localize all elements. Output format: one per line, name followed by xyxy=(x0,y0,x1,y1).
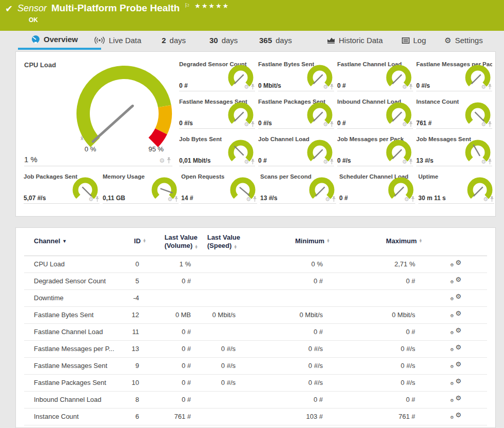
tab-365-days[interactable]: 365 days xyxy=(259,31,292,50)
column-header-last-value-volume[interactable]: Last Value (Volume)▲▼ xyxy=(164,234,198,250)
gauge-instance-count[interactable]: Instance Count 761 # ⚙ xyxy=(416,99,492,129)
gauge-scans-per-second[interactable]: Scans per Second 13 #/s ⚙ xyxy=(260,173,336,204)
pin-icon[interactable] xyxy=(409,159,413,165)
channel-settings-icon[interactable]: ⚙⚙ xyxy=(450,411,461,422)
priority-stars[interactable]: ★★★★★ xyxy=(195,2,229,10)
tab-log[interactable]: Log xyxy=(402,31,426,50)
channel-name[interactable]: Fastlane Packages Sent xyxy=(34,379,106,386)
gauge-settings-icon[interactable]: ⚙ xyxy=(88,197,93,202)
pin-icon[interactable] xyxy=(490,196,494,202)
channel-name[interactable]: CPU Load xyxy=(34,260,65,268)
channel-name[interactable]: Inbound Channel Load xyxy=(34,396,102,403)
table-row-fastlane-channel-load[interactable]: Fastlane Channel Load 11 0 # 0 # 0 # ⚙⚙ xyxy=(24,324,487,341)
gauge-settings-icon[interactable]: ⚙ xyxy=(244,84,249,90)
pin-icon[interactable] xyxy=(488,84,492,90)
gauge-uptime[interactable]: Uptime 30 m 11 s ⚙ xyxy=(418,173,494,204)
gauge-fastlane-messages-per-pack[interactable]: Fastlane Messages per Pack 0 #/s ⚙ xyxy=(416,61,492,91)
column-header-channel[interactable]: Channel ▼ xyxy=(34,237,67,245)
table-row-fastlane-bytes-sent[interactable]: Fastlane Bytes Sent 12 0 MB 0 Mbit/s 0 M… xyxy=(24,307,487,324)
gauge-job-messages-per-pack[interactable]: Job Messages per Pack 0 #/s ⚙ xyxy=(337,136,413,166)
gauge-settings-icon[interactable]: ⚙ xyxy=(483,197,488,202)
gauge-settings-icon[interactable]: ⚙ xyxy=(481,84,486,90)
tab-30-days[interactable]: 30 days xyxy=(209,31,238,50)
table-row-downtime[interactable]: Downtime -4 ⚙⚙ xyxy=(24,290,487,307)
gauge-settings-icon[interactable]: ⚙ xyxy=(402,159,407,165)
tab-settings[interactable]: ⚙ Settings xyxy=(444,31,483,50)
gauge-settings-icon[interactable]: ⚙ xyxy=(323,122,328,127)
table-row-degraded-sensor-count[interactable]: Degraded Sensor Count 5 0 # 0 # 0 # ⚙⚙ xyxy=(24,273,487,290)
tab-historic-data[interactable]: Historic Data xyxy=(327,31,383,50)
channel-settings-icon[interactable]: ⚙⚙ xyxy=(450,343,461,355)
table-row-fastlane-packages-sent[interactable]: Fastlane Packages Sent 10 0 # 0 #/s 0 #/… xyxy=(24,375,487,392)
gauge-open-requests[interactable]: Open Requests 14 # ⚙ xyxy=(181,173,257,204)
column-header-last-value-speed[interactable]: Last Value (Speed)▲▼ xyxy=(207,234,240,250)
gauge-job-bytes-sent[interactable]: Job Bytes Sent 0,01 Mbit/s ⚙ xyxy=(179,136,255,166)
pin-icon[interactable] xyxy=(329,159,334,165)
channel-name[interactable]: Degraded Sensor Count xyxy=(34,277,106,285)
pin-icon[interactable] xyxy=(329,84,334,90)
pin-icon[interactable] xyxy=(488,121,492,127)
channel-settings-icon[interactable]: ⚙⚙ xyxy=(450,326,461,338)
pin-icon[interactable] xyxy=(166,157,171,164)
pin-icon[interactable] xyxy=(332,196,336,202)
pin-icon[interactable] xyxy=(409,84,413,90)
gauge-settings-icon[interactable]: ⚙ xyxy=(323,159,328,165)
gauge-cpu-load[interactable]: CPU Load x̄ 0 % 95 % 1 % ⚙ xyxy=(24,61,172,166)
gauge-settings-icon[interactable]: ⚙ xyxy=(159,158,165,164)
channel-settings-icon[interactable]: ⚙⚙ xyxy=(450,259,461,270)
gauge-job-channel-load[interactable]: Job Channel Load 0 # ⚙ xyxy=(258,136,334,166)
column-header-maximum[interactable]: Maximum ▲▼ xyxy=(386,237,422,245)
column-header-id[interactable]: ID ▲▼ xyxy=(134,237,146,245)
flag-icon[interactable]: ⚐ xyxy=(184,2,190,9)
gauge-fastlane-bytes-sent[interactable]: Fastlane Bytes Sent 0 Mbit/s ⚙ xyxy=(258,61,334,91)
pin-icon[interactable] xyxy=(174,196,179,202)
channel-settings-icon[interactable]: ⚙⚙ xyxy=(450,309,461,321)
channel-name[interactable]: Fastlane Bytes Sent xyxy=(34,311,93,319)
gauge-inbound-channel-load[interactable]: Inbound Channel Load 0 # ⚙ xyxy=(337,99,413,129)
table-row-fastlane-messages-per-pack[interactable]: Fastlane Messages per P... 13 0 # 0 #/s … xyxy=(24,341,487,358)
channel-name[interactable]: Downtime xyxy=(34,294,64,302)
tab-overview[interactable]: Overview xyxy=(18,31,101,50)
gauge-settings-icon[interactable]: ⚙ xyxy=(402,122,407,127)
gauge-scheduler-channel-load[interactable]: Scheduler Channel Load 0 # ⚙ xyxy=(339,173,415,204)
pin-icon[interactable] xyxy=(95,196,100,202)
pin-icon[interactable] xyxy=(411,196,415,202)
channel-settings-icon[interactable]: ⚙⚙ xyxy=(450,293,461,304)
pin-icon[interactable] xyxy=(250,121,255,127)
gauge-memory-usage[interactable]: Memory Usage 0,11 GB ⚙ xyxy=(103,173,179,204)
table-row-cpu-load[interactable]: CPU Load 0 1 % 0 % 2,71 % ⚙⚙ xyxy=(24,256,487,273)
table-row-fastlane-messages-sent[interactable]: Fastlane Messages Sent 9 0 # 0 #/s 0 #/s… xyxy=(24,358,487,375)
pin-icon[interactable] xyxy=(250,84,255,90)
channel-name[interactable]: Instance Count xyxy=(34,413,79,420)
table-row-inbound-channel-load[interactable]: Inbound Channel Load 8 0 # 0 # 0 # ⚙⚙ xyxy=(24,392,487,408)
gauge-fastlane-channel-load[interactable]: Fastlane Channel Load 0 # ⚙ xyxy=(337,61,413,91)
channel-settings-icon[interactable]: ⚙⚙ xyxy=(450,360,461,372)
pin-icon[interactable] xyxy=(329,121,334,127)
channel-settings-icon[interactable]: ⚙⚙ xyxy=(450,377,461,388)
channel-settings-icon[interactable]: ⚙⚙ xyxy=(450,394,461,405)
gauge-settings-icon[interactable]: ⚙ xyxy=(404,197,409,202)
column-header-minimum[interactable]: Minimum ▲▼ xyxy=(295,237,330,245)
channel-settings-icon[interactable]: ⚙⚙ xyxy=(450,276,461,287)
gauge-fastlane-packages-sent[interactable]: Fastlane Packages Sent 0 #/s ⚙ xyxy=(258,99,334,129)
gauge-settings-icon[interactable]: ⚙ xyxy=(325,197,330,202)
channel-name[interactable]: Fastlane Messages per P... xyxy=(34,345,114,353)
pin-icon[interactable] xyxy=(253,196,257,202)
tab-live-data[interactable]: Live Data xyxy=(94,31,141,50)
gauge-settings-icon[interactable]: ⚙ xyxy=(402,84,407,90)
gauge-fastlane-messages-sent[interactable]: Fastlane Messages Sent 0 #/s ⚙ xyxy=(179,99,255,129)
pin-icon[interactable] xyxy=(409,121,413,127)
gauge-settings-icon[interactable]: ⚙ xyxy=(481,122,486,127)
gauge-settings-icon[interactable]: ⚙ xyxy=(244,122,249,127)
table-row-instance-count[interactable]: Instance Count 6 761 # 103 # 761 # ⚙⚙ xyxy=(24,408,487,425)
gauge-settings-icon[interactable]: ⚙ xyxy=(167,197,172,202)
gauge-job-packages-sent[interactable]: Job Packages Sent 5,07 #/s ⚙ xyxy=(24,173,100,204)
gauge-job-messages-sent[interactable]: Job Messages Sent 13 #/s ⚙ xyxy=(416,136,492,166)
gauge-settings-icon[interactable]: ⚙ xyxy=(481,159,486,165)
channel-name[interactable]: Fastlane Channel Load xyxy=(34,328,103,336)
pin-icon[interactable] xyxy=(250,159,255,165)
channel-name[interactable]: Fastlane Messages Sent xyxy=(34,362,107,369)
gauge-degraded-sensor-count[interactable]: Degraded Sensor Count 0 # ⚙ xyxy=(179,61,255,91)
gauge-settings-icon[interactable]: ⚙ xyxy=(246,197,251,202)
tab-2-days[interactable]: 2 days xyxy=(162,31,186,50)
